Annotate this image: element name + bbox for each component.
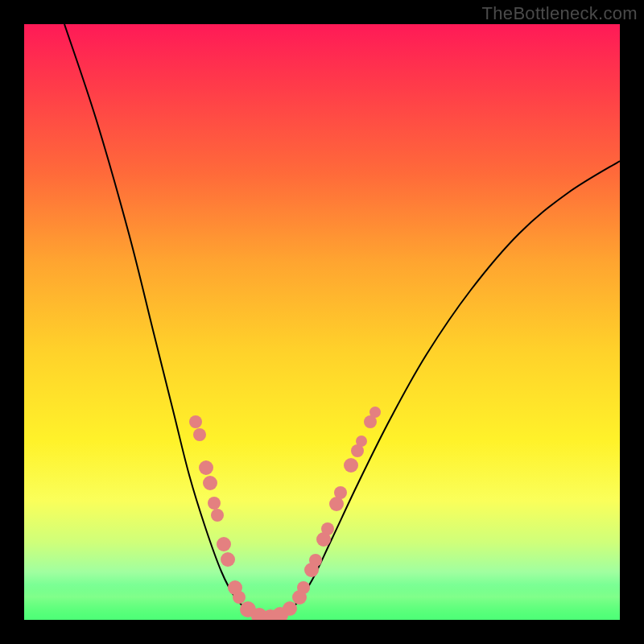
scatter-dot: [189, 415, 202, 428]
plot-area: [24, 24, 620, 620]
scatter-dot: [369, 407, 381, 418]
scatter-dot: [208, 497, 221, 510]
scatter-dot: [203, 476, 217, 490]
curves-group: [64, 24, 620, 618]
chart-svg: [24, 24, 620, 620]
scatter-dot: [221, 552, 235, 567]
scatter-dot: [356, 436, 367, 447]
scatter-dot: [217, 537, 231, 551]
chart-frame: TheBottleneck.com: [0, 0, 644, 644]
scatter-dots: [189, 407, 381, 620]
left-curve: [64, 24, 270, 618]
scatter-dot: [211, 509, 224, 522]
scatter-dot: [233, 591, 246, 604]
scatter-dot: [297, 581, 310, 594]
scatter-dot: [334, 486, 347, 499]
scatter-dot: [321, 522, 334, 535]
scatter-dot: [344, 458, 358, 473]
scatter-dot: [309, 554, 322, 567]
scatter-dot: [199, 460, 213, 475]
scatter-dot: [193, 428, 206, 441]
scatter-dot: [283, 601, 297, 616]
watermark-label: TheBottleneck.com: [482, 3, 638, 24]
right-curve: [270, 161, 620, 618]
